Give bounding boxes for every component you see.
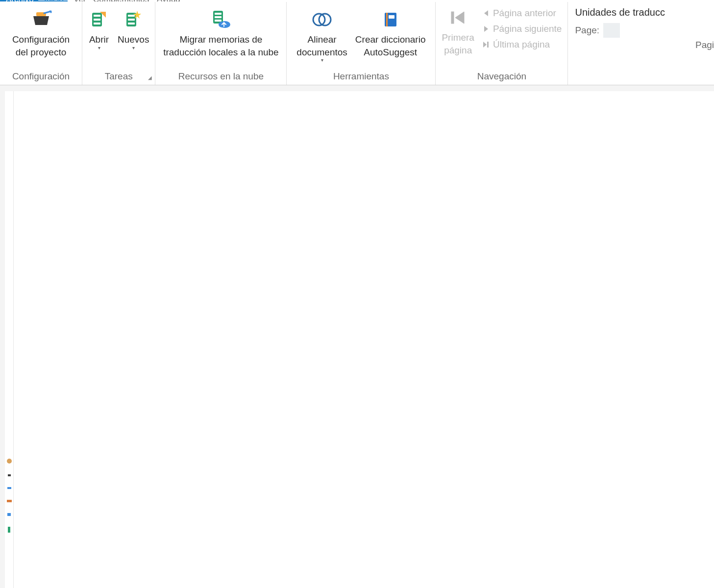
svg-rect-4 (94, 23, 100, 24)
menu-tab-archivo[interactable]: Archivo (0, 0, 38, 1)
ribbon-group-recursos: Migrar memorias de traducción locales a … (155, 2, 287, 85)
migrate-cloud-icon (210, 9, 232, 30)
menu-tab-complementos[interactable]: Complementos (87, 0, 151, 1)
svg-rect-12 (215, 16, 222, 18)
svg-rect-22 (487, 42, 489, 48)
next-page-label: Página siguiente (493, 24, 562, 34)
svg-rect-8 (128, 23, 135, 24)
migrate-button[interactable]: Migrar memorias de traducción locales a … (159, 5, 283, 59)
svg-rect-7 (128, 19, 135, 21)
align-documents-dropdown-marker: ▾ (321, 57, 323, 63)
svg-rect-11 (215, 13, 222, 15)
migrate-label: Migrar memorias de traducción locales a … (163, 33, 279, 58)
new-dropdown-marker: ▾ (132, 45, 135, 50)
ribbon-group-tareas: Abrir ▾ Nuevos ▾ Tareas ◢ (82, 2, 155, 85)
editor-area[interactable] (14, 91, 714, 588)
last-page-icon (482, 41, 490, 49)
svg-rect-6 (128, 15, 135, 17)
chevron-right-icon (482, 25, 490, 33)
editor-gutter (5, 91, 14, 588)
ribbon-group-title-pagina: Pagi (570, 38, 714, 53)
ribbon-group-title-navegacion: Navegación (438, 69, 566, 85)
new-button[interactable]: Nuevos ▾ (114, 5, 153, 51)
menu-tab-ayuda[interactable]: Ayuda (151, 0, 180, 1)
align-documents-label: Alinear documentos (296, 33, 347, 58)
svg-rect-21 (451, 12, 454, 24)
align-documents-button[interactable]: Alinear documentos ▾ (293, 5, 351, 64)
svg-rect-3 (94, 19, 100, 21)
first-page-button: Primera página (438, 5, 478, 69)
page-input[interactable] (603, 23, 620, 38)
svg-rect-20 (389, 15, 394, 19)
open-button[interactable]: Abrir ▾ (84, 5, 114, 51)
database-open-icon (88, 9, 110, 30)
gutter-marker-icon (8, 474, 11, 476)
gutter-marker-icon (7, 500, 12, 502)
ribbon-group-pagina: Unidades de traducc Page: Pagi (568, 2, 714, 85)
workspace (0, 85, 714, 588)
project-config-label: Configuración del proyecto (12, 33, 70, 58)
new-label: Nuevos (118, 33, 149, 46)
open-dropdown-marker: ▾ (98, 45, 100, 50)
ribbon-group-herramientas: Alinear documentos ▾ Crear diccionario A… (287, 2, 436, 85)
create-auto-suggest-button[interactable]: Crear diccionario AutoSuggest (351, 5, 430, 59)
open-label: Abrir (89, 33, 109, 46)
first-page-label: Primera página (442, 31, 474, 56)
first-page-icon (447, 7, 469, 28)
create-auto-suggest-label: Crear diccionario AutoSuggest (355, 33, 426, 58)
gutter-marker-icon (7, 487, 11, 489)
gutter-marker-icon (7, 513, 11, 516)
ribbon-group-title-recursos: Recursos en la nube (157, 69, 284, 85)
chevron-left-icon (482, 9, 490, 17)
menu-tab-ver[interactable]: Ver (68, 0, 87, 1)
svg-rect-19 (386, 13, 388, 26)
ribbon: Configuración del proyecto Configuración… (0, 2, 714, 85)
last-page-label: Última página (493, 39, 550, 50)
units-heading: Unidades de traducc (575, 7, 665, 18)
menu-tab-inicio[interactable]: Inicio (38, 0, 68, 1)
next-page-button: Página siguiente (482, 24, 562, 34)
ribbon-group-title-herramientas: Herramientas (289, 69, 433, 85)
database-new-icon (123, 9, 144, 30)
ribbon-group-configuracion: Configuración del proyecto Configuración (0, 2, 82, 85)
project-config-button[interactable]: Configuración del proyecto (8, 5, 74, 59)
gutter-marker-icon (8, 527, 10, 533)
prev-page-button: Página anterior (482, 8, 562, 19)
dictionary-icon (380, 9, 401, 30)
ribbon-group-title-tareas: Tareas (84, 69, 153, 85)
last-page-button: Última página (482, 39, 562, 50)
svg-rect-13 (215, 20, 222, 22)
align-documents-icon (311, 9, 333, 30)
gutter-marker-icon (7, 459, 12, 464)
prev-page-label: Página anterior (493, 8, 556, 19)
ribbon-group-navegacion: Primera página Página anterior Página si… (436, 2, 568, 85)
page-label: Page: (575, 25, 599, 36)
project-config-icon (30, 9, 52, 30)
ribbon-launcher-tareas[interactable]: ◢ (147, 75, 153, 81)
svg-rect-2 (94, 15, 100, 17)
ribbon-group-title-configuracion: Configuración (2, 69, 80, 85)
